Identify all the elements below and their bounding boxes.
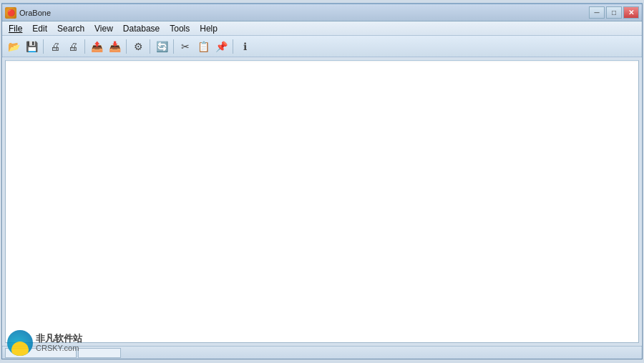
watermark-line2: CRSKY.com (36, 344, 82, 353)
watermark-line1: 非凡软件站 (36, 333, 82, 344)
menu-view[interactable]: View (89, 21, 118, 36)
close-button[interactable]: ✕ (623, 6, 639, 19)
toolbar-sep-5 (173, 39, 174, 54)
toolbar-sep-1 (43, 39, 44, 54)
menu-bar: File Edit Search View Database Tools Hel… (2, 21, 642, 36)
main-window: OraBone ─ □ ✕ File Edit Search View Data… (1, 3, 643, 359)
menu-database[interactable]: Database (118, 21, 165, 36)
toolbar-sep-3 (126, 39, 127, 54)
watermark: 非凡软件站 CRSKY.com (7, 330, 82, 356)
toolbar-sep-6 (233, 39, 233, 54)
toolbar-sep-4 (150, 39, 150, 54)
toolbar: 📂 💾 🖨 🖨 📤 📥 ⚙ 🔄 ✂ 📋 📌 ℹ (2, 36, 642, 57)
menu-tools[interactable]: Tools (165, 21, 195, 36)
toolbar-info-btn[interactable]: ℹ (236, 38, 253, 55)
status-bar (2, 346, 642, 359)
toolbar-save-btn[interactable]: 💾 (23, 38, 40, 55)
toolbar-preview-btn[interactable]: 🖨 (64, 38, 82, 55)
title-bar: OraBone ─ □ ✕ (2, 4, 642, 21)
window-controls: ─ □ ✕ (589, 6, 639, 19)
restore-button[interactable]: □ (606, 6, 622, 19)
toolbar-export-btn[interactable]: 📤 (88, 38, 105, 55)
toolbar-sep-2 (84, 39, 85, 54)
toolbar-print-btn[interactable]: 🖨 (47, 38, 64, 55)
toolbar-paste-btn[interactable]: 📌 (213, 38, 230, 55)
app-icon (5, 7, 16, 19)
watermark-logo (7, 330, 33, 356)
toolbar-cut-btn[interactable]: ✂ (177, 38, 194, 55)
status-panel-2 (78, 348, 121, 358)
menu-file[interactable]: File (4, 21, 27, 36)
menu-search[interactable]: Search (52, 21, 89, 36)
toolbar-settings-btn[interactable]: ⚙ (130, 38, 147, 55)
minimize-button[interactable]: ─ (589, 6, 605, 19)
toolbar-refresh-btn[interactable]: 🔄 (153, 38, 170, 55)
toolbar-open-btn[interactable]: 📂 (5, 38, 22, 55)
window-title: OraBone (19, 9, 589, 17)
watermark-text: 非凡软件站 CRSKY.com (36, 333, 82, 354)
menu-edit[interactable]: Edit (27, 21, 52, 36)
menu-help[interactable]: Help (195, 21, 223, 36)
toolbar-copy-btn[interactable]: 📋 (195, 38, 212, 55)
toolbar-import-btn[interactable]: 📥 (106, 38, 123, 55)
main-content-area (5, 60, 639, 343)
